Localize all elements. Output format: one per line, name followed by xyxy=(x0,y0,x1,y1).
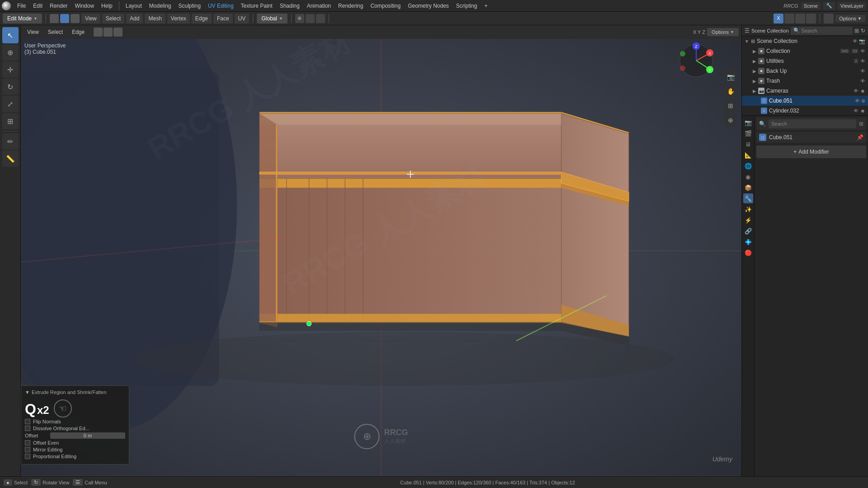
view-mode-weight[interactable] xyxy=(71,14,80,23)
vert-mode-btn[interactable] xyxy=(94,28,103,37)
prop-scene-icon[interactable]: 📷 xyxy=(743,117,753,127)
outliner-row-backup[interactable]: ▶ ■ Back Up 👁 xyxy=(742,66,868,76)
measure-tool[interactable]: 📏 xyxy=(2,150,19,167)
prop-data-icon[interactable]: 💠 xyxy=(743,237,753,247)
workspace-modeling[interactable]: Modeling xyxy=(146,2,175,10)
view-layer-selector[interactable]: ViewLayer xyxy=(838,2,866,9)
properties-search-input[interactable]: Search xyxy=(769,119,856,128)
mirror-editing-checkbox[interactable] xyxy=(25,447,30,452)
prop-physics-icon[interactable]: ⚡ xyxy=(743,215,753,225)
call-menu-key[interactable]: ☰ xyxy=(73,479,83,486)
outliner-sync-icon[interactable]: ↻ xyxy=(861,28,865,34)
face-menu-btn[interactable]: Face xyxy=(213,14,233,23)
workspace-layout[interactable]: Layout xyxy=(122,2,146,10)
prop-object-icon[interactable]: 📦 xyxy=(743,183,753,192)
workspace-animation[interactable]: Animation xyxy=(303,2,335,10)
mesh-menu-btn[interactable]: Mesh xyxy=(145,14,165,23)
workspace-rendering[interactable]: Rendering xyxy=(335,2,367,10)
outliner-row-scene-collection[interactable]: ▼ ⊞ Scene Collection 👁 📷 xyxy=(742,36,868,46)
view-options-btn[interactable]: ⊞ xyxy=(724,99,737,112)
collapse-arrow-icon[interactable]: ▼ xyxy=(25,389,30,395)
face-mode-btn[interactable] xyxy=(113,28,123,37)
annotate-tool[interactable]: ✏ xyxy=(2,133,19,150)
add-modifier-btn[interactable]: + Add Modifier xyxy=(756,145,866,158)
move-tool[interactable]: ✛ xyxy=(2,61,19,78)
vertex-menu-btn[interactable]: Vertex xyxy=(167,14,190,23)
material-view-btn[interactable] xyxy=(795,14,805,23)
prop-particles-icon[interactable]: ✨ xyxy=(743,204,753,214)
workspace-add-tab[interactable]: + xyxy=(481,2,491,10)
snap-magnet-btn[interactable]: ⊕ xyxy=(295,14,304,23)
prop-world-icon[interactable]: ◉ xyxy=(743,172,753,182)
menu-help[interactable]: Help xyxy=(98,2,116,10)
prop-modifiers-icon active[interactable]: 🔧 xyxy=(743,193,753,203)
select-menu-btn[interactable]: Select xyxy=(102,14,124,23)
options-btn[interactable]: Options ▼ xyxy=(835,15,865,22)
transform-tool[interactable]: ⊞ xyxy=(2,113,19,129)
workspace-shading[interactable]: Shading xyxy=(276,2,303,10)
prop-viewlayer-icon[interactable]: 📐 xyxy=(743,150,753,160)
proportional-edit-btn[interactable] xyxy=(316,14,325,23)
workspace-geometry-nodes[interactable]: Geometry Nodes xyxy=(404,2,453,10)
visibility-icon[interactable]: 👁 xyxy=(853,38,858,44)
outliner-row-utilities[interactable]: ▶ ■ Utilities 2 👁 xyxy=(742,56,868,66)
overlay-btn[interactable] xyxy=(824,14,834,23)
prop-output-icon[interactable]: 🖥 xyxy=(743,139,753,149)
cursor-tool[interactable]: ⊕ xyxy=(2,44,19,61)
add-menu-btn[interactable]: Add xyxy=(126,14,143,23)
render-engine-icon[interactable]: 🔧 xyxy=(823,2,835,9)
backup-visibility-icon[interactable]: 👁 xyxy=(860,68,865,74)
workspace-sculpting[interactable]: Sculpting xyxy=(175,2,204,10)
workspace-texture-paint[interactable]: Texture Paint xyxy=(237,2,276,10)
dissolve-orthogonal-checkbox[interactable] xyxy=(25,426,30,431)
outliner-row-cube051[interactable]: □ Cube.051 👁 ⊕ xyxy=(742,96,868,106)
render-view-btn[interactable] xyxy=(806,14,816,23)
view-mode-solid[interactable] xyxy=(50,14,59,23)
mode-selector[interactable]: Edit Mode ▼ xyxy=(3,14,42,23)
col-visibility-icon[interactable]: 👁 xyxy=(860,48,865,54)
proportional-editing-checkbox[interactable] xyxy=(25,454,30,459)
snap-options-btn[interactable] xyxy=(306,14,315,23)
viewport-3d[interactable]: RRCG 人人素材 RRCG 人人素材 View Select Edge X Y… xyxy=(21,25,741,476)
prop-material-icon[interactable]: 🔴 xyxy=(743,248,753,258)
rotate-tool[interactable]: ↻ xyxy=(2,79,19,95)
outliner-row-cameras[interactable]: ▶ 📷 Cameras 👁 ☻ xyxy=(742,86,868,96)
view-menu-btn[interactable]: View xyxy=(81,14,100,23)
cylinder032-visibility-icon[interactable]: 👁 xyxy=(854,108,859,113)
cameras-visibility-icon[interactable]: 👁 xyxy=(854,88,859,94)
prop-filter-icon[interactable]: ⊞ xyxy=(859,121,863,127)
workspace-compositing[interactable]: Compositing xyxy=(367,2,404,10)
menu-window[interactable]: Window xyxy=(71,2,98,10)
flip-normals-checkbox[interactable] xyxy=(25,419,30,424)
viewport-select-menu[interactable]: Select xyxy=(44,27,66,37)
outliner-row-trash[interactable]: ▶ ■ Trash 👁 xyxy=(742,76,868,86)
edge-menu-btn[interactable]: Edge xyxy=(192,14,212,23)
solid-view-btn[interactable] xyxy=(784,14,794,23)
prop-scene2-icon[interactable]: 🌐 xyxy=(743,161,753,171)
outliner-filter-icon[interactable]: ⊞ xyxy=(854,28,859,34)
outliner-search[interactable]: 🔍 Search xyxy=(791,27,853,35)
menu-edit[interactable]: Edit xyxy=(29,2,46,10)
render-icon[interactable]: 📷 xyxy=(859,38,865,44)
offset-even-checkbox[interactable] xyxy=(25,440,30,446)
outliner-row-cylinder032[interactable]: ○ Cylinder.032 👁 ☻ xyxy=(742,106,868,116)
navigation-gizmo[interactable]: X Y Z xyxy=(678,42,714,79)
blender-logo-icon[interactable] xyxy=(2,1,11,10)
cube051-visibility-icon[interactable]: 👁 xyxy=(855,98,860,103)
options-viewport-btn[interactable]: Options ▼ xyxy=(707,28,739,36)
view-mode-edit[interactable] xyxy=(60,14,69,23)
select-tool[interactable]: ↖ xyxy=(2,27,19,43)
trash-visibility-icon[interactable]: 👁 xyxy=(860,78,865,84)
workspace-uv-editing[interactable]: UV Editing xyxy=(204,2,237,10)
edge-mode-btn[interactable] xyxy=(104,28,113,37)
transform-gizmo-btn[interactable]: ⊕ xyxy=(724,114,737,127)
rotate-key[interactable]: ↻ xyxy=(31,479,41,486)
pan-view-btn[interactable]: ✋ xyxy=(724,85,737,98)
scene-selector[interactable]: Scene xyxy=(801,2,821,9)
xray-toggle[interactable]: X xyxy=(774,14,783,23)
camera-view-btn[interactable]: 📷 xyxy=(724,70,737,83)
prop-render-icon[interactable]: 🎬 xyxy=(743,128,753,138)
select-key[interactable]: ● xyxy=(4,479,12,486)
scale-tool[interactable]: ⤢ xyxy=(2,96,19,112)
uv-menu-btn[interactable]: UV xyxy=(235,14,250,23)
